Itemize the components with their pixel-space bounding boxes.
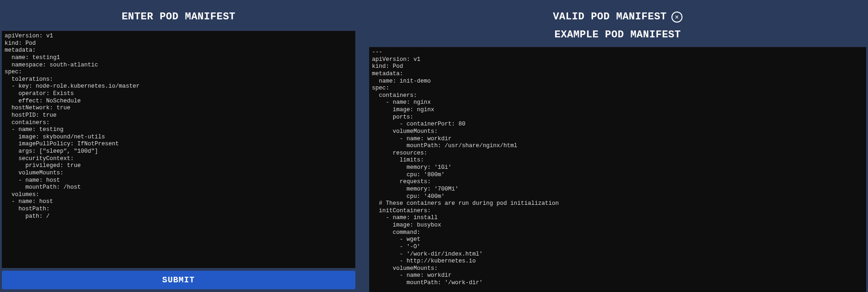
validation-status-text: VALID POD MANIFEST — [553, 11, 667, 23]
example-manifest-title: EXAMPLE POD MANIFEST — [369, 25, 866, 47]
app-container: ENTER POD MANIFEST SUBMIT VALID POD MANI… — [0, 0, 868, 292]
enter-manifest-title: ENTER POD MANIFEST — [2, 0, 355, 31]
result-panel: VALID POD MANIFEST ✕ EXAMPLE POD MANIFES… — [369, 0, 868, 292]
submit-button[interactable]: SUBMIT — [2, 271, 355, 289]
validation-status: VALID POD MANIFEST ✕ — [369, 0, 866, 25]
close-circle-icon: ✕ — [671, 12, 682, 23]
manifest-input[interactable] — [2, 31, 355, 268]
example-manifest-output: --- apiVersion: v1 kind: Pod metadata: n… — [369, 47, 866, 292]
enter-manifest-panel: ENTER POD MANIFEST SUBMIT — [0, 0, 355, 292]
